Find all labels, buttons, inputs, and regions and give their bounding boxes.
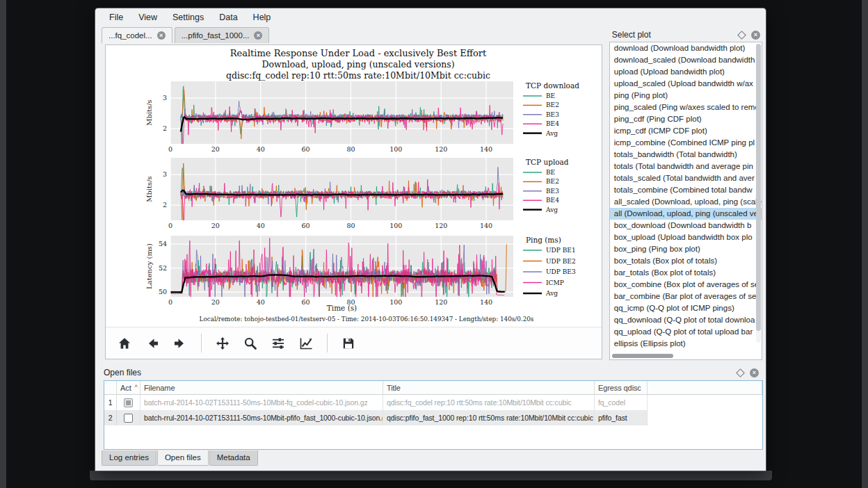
svg-text:20: 20 (211, 145, 220, 153)
plot-list-item[interactable]: ping_cdf (Ping CDF plot) (610, 113, 762, 125)
plot-list-item[interactable]: totals_combine (Combined total bandw (610, 184, 762, 196)
table-row[interactable]: 2batch-rrul-2014-10-02T153111-50ms-10Mbi… (104, 410, 762, 425)
home-button[interactable] (114, 333, 135, 354)
plot-list-item[interactable]: totals_bandwidth (Total bandwidth) (610, 149, 762, 161)
svg-text:2: 2 (163, 124, 167, 132)
plot-list-item[interactable]: box_download (Download bandwidth b (610, 220, 762, 231)
svg-text:BE3: BE3 (546, 111, 559, 118)
tab-metadata[interactable]: Metadata (209, 450, 258, 466)
plot-list-item[interactable]: bar_totals (Box plot of totals) (610, 267, 762, 279)
svg-text:40: 40 (257, 222, 265, 229)
svg-text:Avg: Avg (545, 206, 558, 213)
active-checkbox[interactable] (124, 398, 133, 407)
tab-log-entries[interactable]: Log entries (102, 450, 156, 466)
close-dock-icon[interactable] (750, 368, 759, 377)
forward-button[interactable] (170, 333, 191, 354)
float-dock-icon[interactable] (736, 368, 745, 377)
vertical-scrollbar[interactable] (756, 44, 761, 343)
arrow-left-icon (145, 336, 159, 350)
column-header-filename[interactable]: Filename (140, 381, 383, 395)
svg-text:BE4: BE4 (546, 120, 559, 127)
horizontal-scrollbar[interactable] (612, 354, 673, 358)
svg-text:80: 80 (346, 222, 355, 229)
row-number: 1 (104, 395, 117, 410)
plot-list-item[interactable]: qq_icmp (Q-Q plot of ICMP pings) (610, 302, 762, 314)
plot-list-item[interactable]: upload_scaled (Upload bandwidth w/ax (610, 78, 762, 90)
plot-list-item[interactable]: ping_scaled (Ping w/axes scaled to remo (610, 101, 762, 113)
plot-list-item[interactable]: all_scaled (Download, upload, ping (scal… (610, 196, 762, 208)
menu-item-data[interactable]: Data (211, 8, 245, 26)
open-files-title: Open files (104, 368, 141, 377)
plot-list-item[interactable]: download (Download bandwidth plot) (610, 42, 762, 54)
tab-fq-codel[interactable]: ...fq_codel... (102, 27, 172, 43)
column-header-act[interactable]: Act^ (117, 381, 140, 395)
plot-list-item[interactable]: bar_combine (Bar plot of averages of se (610, 291, 762, 302)
menu-item-view[interactable]: View (131, 8, 165, 26)
plot-list-item[interactable]: ping (Ping plot) (610, 90, 762, 101)
svg-text:40: 40 (257, 298, 265, 306)
title-cell: qdisc:fq_codel rep:10 rtt:50ms rate:10Mb… (383, 395, 595, 410)
svg-text:140: 140 (480, 222, 492, 229)
svg-text:BE2: BE2 (546, 178, 559, 185)
zoom-button[interactable] (240, 333, 261, 354)
svg-text:120: 120 (435, 222, 447, 229)
table-row[interactable]: 1batch-rrul-2014-10-02T153111-50ms-10Mbi… (104, 395, 762, 410)
plot-list-item[interactable]: box_ping (Ping box plot) (610, 243, 762, 255)
plot-list-item[interactable]: ellipsis (Ellipsis plot) (610, 338, 762, 350)
checkbox-cell[interactable] (117, 395, 140, 410)
pan-button[interactable] (212, 333, 233, 354)
tab-pfifo-fast[interactable]: ...pfifo_fast_1000... (175, 27, 270, 43)
menu-item-settings[interactable]: Settings (165, 8, 211, 26)
svg-text:52: 52 (159, 264, 167, 272)
svg-text:Download, upload, ping (unscal: Download, upload, ping (unscaled version… (262, 59, 454, 70)
float-dock-icon[interactable] (737, 31, 746, 40)
plot-list-item[interactable]: download_scaled (Download bandwidth (610, 54, 762, 66)
plot-type-list: download (Download bandwidth plot)downlo… (609, 42, 762, 360)
status-bar (95, 467, 766, 471)
figure-svg: Realtime Response Under Load - exclusive… (106, 45, 602, 326)
edit-axes-button[interactable] (296, 333, 316, 354)
checkbox-cell[interactable] (117, 410, 140, 425)
plot-list-item[interactable]: totals_scaled (Total bandwidth and aver (610, 172, 762, 184)
plot-list-item[interactable]: box_combine (Box plot of averages of se (610, 279, 762, 291)
column-header-title[interactable]: Title (383, 381, 595, 395)
active-checkbox[interactable] (124, 414, 133, 423)
filename-cell: batch-rrul-2014-10-02T153111-50ms-10Mbit… (140, 410, 383, 425)
plot-list-item[interactable]: all (Download, upload, ping (unscaled ve (610, 208, 762, 220)
svg-text:Mbits/s: Mbits/s (145, 176, 153, 202)
configure-subplots-button[interactable] (268, 333, 289, 354)
svg-text:60: 60 (302, 222, 310, 229)
plot-list-item[interactable]: box_upload (Upload bandwidth box plo (610, 231, 762, 243)
plot-list-item[interactable]: box_totals (Box plot of totals) (610, 255, 762, 267)
svg-text:TCP upload: TCP upload (526, 158, 569, 166)
app-window: File View Settings Data Help ...fq_codel… (95, 8, 766, 471)
tab-close-icon[interactable] (254, 31, 262, 40)
plot-list-item[interactable]: totals (Total bandwidth and average pin (610, 161, 762, 172)
column-header-egress-qdisc[interactable]: Egress qdisc (595, 381, 648, 395)
plot-list-item[interactable]: qq_upload (Q-Q plot of total upload bar (610, 326, 762, 338)
open-files-dock: Open files Act^ Filename Title Egress qd… (95, 364, 766, 450)
plot-list-item[interactable]: qq_download (Q-Q plot of total downloa (610, 314, 762, 326)
tab-close-icon[interactable] (157, 31, 166, 40)
save-button[interactable] (338, 333, 359, 354)
close-dock-icon[interactable] (751, 31, 760, 40)
plot-list-item[interactable]: upload (Upload bandwidth plot) (610, 66, 762, 78)
filler-cell (648, 395, 762, 410)
svg-text:Mbits/s: Mbits/s (145, 99, 153, 126)
tab-open-files[interactable]: Open files (157, 450, 209, 466)
back-button[interactable] (142, 333, 163, 354)
menu-item-file[interactable]: File (102, 8, 131, 26)
menu-item-help[interactable]: Help (246, 8, 279, 26)
plot-view-column: ...fq_codel... ...pfifo_fast_1000... Rea… (95, 26, 606, 364)
column-header-filler (648, 381, 762, 395)
egress-qdisc-cell: pfifo_fast (595, 410, 648, 425)
svg-text:Avg: Avg (545, 130, 558, 137)
svg-text:2: 2 (163, 201, 167, 209)
svg-text:BE: BE (546, 92, 555, 99)
sort-ascending-icon: ^ (135, 384, 138, 391)
plot-list-item[interactable]: icmp_combine (Combined ICMP ping pl (610, 137, 762, 149)
menu-bar: File View Settings Data Help (95, 8, 766, 26)
plot-list-item[interactable]: icmp_cdf (ICMP CDF plot) (610, 125, 762, 137)
svg-text:120: 120 (435, 298, 447, 306)
bottom-tab-bar: Log entries Open files Metadata (95, 450, 766, 467)
